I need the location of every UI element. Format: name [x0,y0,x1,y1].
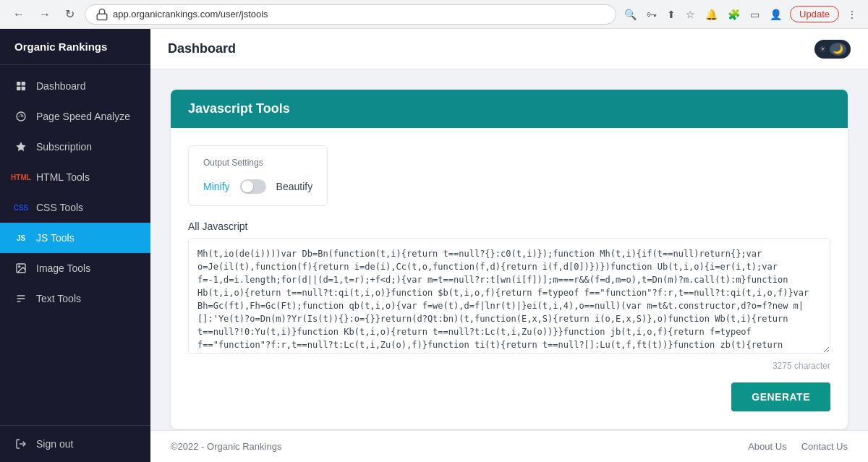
svg-rect-2 [22,82,25,85]
beautify-label[interactable]: Beautify [276,181,313,192]
output-settings-label: Output Settings [203,158,312,168]
card-header: Javascript Tools [171,90,848,128]
key-btn[interactable]: 🗝 [644,7,659,22]
svg-rect-4 [22,87,25,90]
generate-btn-wrap: GENERATE [188,382,830,411]
theme-toggle[interactable]: ☀ 🌙 [814,40,851,59]
output-options: Minify Beautify [203,179,312,194]
js-tools-card: Javascript Tools Output Settings Minify [171,90,848,429]
signout-label: Sign out [36,438,73,450]
profile-btn[interactable]: 👤 [767,7,784,22]
share-btn[interactable]: ⬆ [665,7,678,22]
url-bar[interactable]: app.organicrankings.com/user/jstools [85,4,616,25]
sidebar-footer: Sign out [0,425,150,462]
back-button[interactable]: ← [9,7,29,22]
svg-point-8 [19,266,20,268]
bookmark-btn[interactable]: ☆ [684,7,697,22]
svg-rect-3 [17,87,20,90]
sidebar-logo: Organic Rankings [0,29,150,65]
card-body: Output Settings Minify Beautify [171,128,848,429]
sidebar-item-html-tools[interactable]: HTML HTML Tools [0,162,150,192]
sun-icon: ☀ [819,44,827,54]
footer-links: About Us Contact Us [748,441,848,452]
sidebar-item-label: JS Tools [36,232,75,244]
char-count: 3275 character [188,361,830,371]
image-icon [14,262,27,275]
js-icon: JS [14,231,27,244]
browser-actions: 🔍 🗝 ⬆ ☆ 🔔 🧩 ▭ 👤 Update ⋮ [622,6,859,22]
star-icon [14,140,27,153]
about-us-link[interactable]: About Us [748,441,786,452]
signout-icon [14,437,27,450]
sidebar-item-js-tools[interactable]: JS JS Tools [0,223,150,253]
page-area: Javascript Tools Output Settings Minify [150,69,868,430]
sidebar-item-page-speed[interactable]: Page Speed Analyze [0,101,150,132]
generate-button[interactable]: GENERATE [731,382,830,411]
page-title: Dashboard [168,41,236,56]
lock-icon [95,8,109,21]
browser-bar: ← → ↻ app.organicrankings.com/user/jstoo… [0,0,868,29]
sidebar-nav: Dashboard Page Speed Analyze Subscriptio… [0,65,150,425]
footer: ©2022 - Organic Rankings About Us Contac… [150,430,868,462]
sidebar-item-css-tools[interactable]: CSS CSS Tools [0,192,150,223]
html-icon: HTML [14,171,27,184]
sidebar-item-label: Dashboard [36,80,86,92]
reload-button[interactable]: ↻ [61,6,79,22]
sidebar-item-label: HTML Tools [36,171,90,183]
notification-btn[interactable]: 🔔 [703,7,720,22]
sidebar-item-label: Subscription [36,141,92,153]
sidebar: Organic Rankings Dashboard Page Speed An… [0,29,150,462]
moon-icon: 🌙 [830,43,846,56]
forward-button[interactable]: → [35,7,55,22]
svg-rect-0 [97,14,107,20]
main-content: Dashboard ☀ 🌙 Javascript Tools Output Se… [150,29,868,462]
update-button[interactable]: Update [790,6,839,22]
menu-btn[interactable]: ⋮ [845,7,859,22]
css-icon: CSS [14,201,27,214]
signout-button[interactable]: Sign out [0,426,150,462]
output-toggle[interactable] [240,179,266,194]
svg-rect-1 [17,82,20,85]
sidebar-item-dashboard[interactable]: Dashboard [0,71,150,101]
sidebar-item-label: Text Tools [36,293,81,304]
search-browser-btn[interactable]: 🔍 [622,7,639,22]
card-title: Javascript Tools [188,101,290,116]
output-settings-box: Output Settings Minify Beautify [188,145,328,206]
copyright: ©2022 - Organic Rankings [171,441,281,452]
url-text: app.organicrankings.com/user/jstools [113,9,605,20]
javascript-textarea[interactable] [188,238,830,354]
puzzle-btn[interactable]: 🧩 [726,7,742,22]
grid-icon [14,80,27,93]
sidebar-item-label: Page Speed Analyze [36,111,130,122]
text-icon [14,292,27,305]
minify-label[interactable]: Minify [203,181,230,192]
layout-btn[interactable]: ▭ [748,7,762,22]
sidebar-item-label: Image Tools [36,262,90,274]
toggle-thumb [242,181,253,192]
sidebar-item-subscription[interactable]: Subscription [0,132,150,162]
sidebar-item-text-tools[interactable]: Text Tools [0,283,150,314]
app-container: Organic Rankings Dashboard Page Speed An… [0,29,868,462]
topbar: Dashboard ☀ 🌙 [150,29,868,69]
section-label: All Javascript [188,221,830,232]
gauge-icon [14,110,27,123]
svg-marker-6 [16,142,25,151]
contact-us-link[interactable]: Contact Us [801,441,848,452]
sidebar-item-image-tools[interactable]: Image Tools [0,253,150,283]
sidebar-item-label: CSS Tools [36,202,83,213]
